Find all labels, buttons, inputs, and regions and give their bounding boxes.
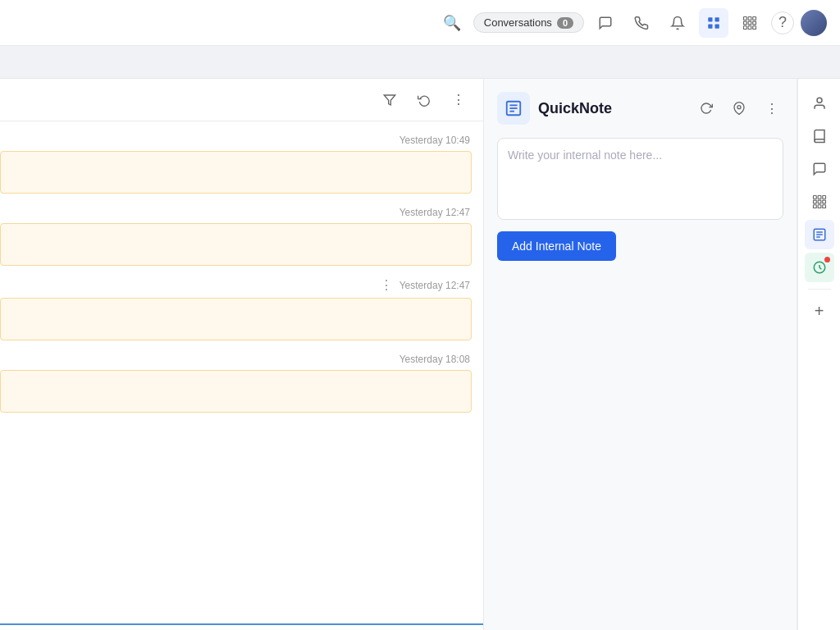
message-bubble[interactable]: [0, 223, 472, 266]
history-icon[interactable]: [413, 89, 436, 112]
svg-rect-7: [744, 21, 747, 25]
conversations-label: Conversations: [484, 16, 552, 29]
help-button[interactable]: ?: [771, 11, 794, 34]
svg-rect-10: [744, 25, 747, 29]
svg-rect-22: [822, 196, 825, 199]
timestamp-label: Yesterday 18:08: [0, 344, 483, 368]
plugin-notification-dot: [824, 257, 830, 262]
conversation-list-container: Yesterday 10:49 Yesterday 12:47 ⋮ Yester…: [0, 121, 483, 630]
refresh-button[interactable]: [695, 97, 718, 120]
conversations-tab[interactable]: Conversations 0: [473, 12, 584, 33]
contact-icon-button[interactable]: [805, 89, 834, 118]
more-options-icon[interactable]: ⋮: [447, 89, 470, 112]
list-item[interactable]: Yesterday 18:08: [0, 344, 483, 413]
svg-rect-12: [753, 25, 756, 29]
search-button[interactable]: 🔍: [437, 8, 467, 38]
svg-rect-28: [822, 205, 825, 208]
quicknote-header: QuickNote ⋮: [497, 92, 783, 125]
bell-icon-button[interactable]: [663, 8, 692, 38]
svg-rect-27: [818, 205, 821, 208]
user-avatar[interactable]: [801, 10, 827, 36]
sidebar-divider: [808, 289, 831, 290]
quicknote-panel: QuickNote ⋮ Add Internal Note: [484, 79, 797, 630]
list-toolbar: ⋮: [0, 79, 483, 121]
svg-rect-3: [715, 24, 719, 28]
svg-point-19: [817, 98, 822, 103]
quicknote-icon: [497, 92, 530, 125]
item-menu-icon[interactable]: ⋮: [380, 277, 393, 293]
grid-active-button[interactable]: [699, 8, 728, 38]
plugin-sidebar-icon-button[interactable]: [805, 253, 834, 282]
notes-sidebar-icon-button[interactable]: [805, 220, 834, 249]
book-icon-button[interactable]: [805, 121, 834, 151]
svg-rect-4: [744, 16, 747, 20]
quicknote-title: QuickNote: [538, 100, 695, 117]
quicknote-actions: ⋮: [695, 97, 783, 120]
add-internal-note-button[interactable]: Add Internal Note: [497, 231, 616, 261]
pin-button[interactable]: [728, 97, 751, 120]
apps-button[interactable]: [735, 8, 765, 38]
svg-rect-23: [813, 200, 816, 203]
svg-rect-26: [813, 205, 816, 208]
cc-bar: CC: [0, 623, 483, 630]
svg-point-18: [737, 106, 741, 109]
message-bubble[interactable]: [0, 370, 472, 413]
far-right-sidebar: +: [797, 79, 840, 630]
main-layout: ⋮ Yesterday 10:49 Yesterday 12:47 ⋮: [0, 79, 840, 630]
note-textarea[interactable]: [497, 138, 783, 220]
add-sidebar-button[interactable]: +: [805, 296, 834, 326]
svg-marker-13: [384, 95, 395, 105]
list-item[interactable]: Yesterday 12:47: [0, 197, 483, 266]
svg-rect-20: [813, 196, 816, 199]
svg-rect-9: [753, 21, 756, 25]
svg-rect-21: [818, 196, 821, 199]
svg-rect-25: [822, 200, 825, 203]
more-options-button[interactable]: ⋮: [760, 97, 783, 120]
timestamp-label: Yesterday 12:47: [0, 197, 483, 221]
svg-rect-5: [748, 16, 751, 20]
timestamp-label: Yesterday 12:47: [399, 280, 470, 291]
message-bubble[interactable]: [0, 298, 472, 340]
svg-rect-24: [818, 200, 821, 203]
svg-rect-6: [753, 16, 756, 20]
top-navigation: 🔍 Conversations 0 ?: [0, 0, 840, 46]
timestamp-with-menu: ⋮ Yesterday 12:47: [0, 269, 483, 296]
list-item[interactable]: Yesterday 10:49: [0, 125, 483, 194]
subheader-bar: [0, 46, 840, 79]
list-item[interactable]: ⋮ Yesterday 12:47: [0, 269, 483, 340]
chat-icon-button[interactable]: [591, 8, 620, 38]
svg-rect-2: [708, 24, 712, 28]
chat-sidebar-icon-button[interactable]: [805, 154, 834, 184]
svg-rect-11: [748, 25, 751, 29]
timestamp-label: Yesterday 10:49: [0, 125, 483, 149]
conversation-list: Yesterday 10:49 Yesterday 12:47 ⋮ Yester…: [0, 121, 483, 465]
filter-icon[interactable]: [378, 89, 401, 112]
message-bubble[interactable]: [0, 151, 472, 194]
svg-rect-0: [708, 17, 712, 21]
phone-icon-button[interactable]: [627, 8, 656, 38]
conversations-count: 0: [557, 17, 573, 29]
svg-rect-8: [748, 21, 751, 25]
apps-sidebar-icon-button[interactable]: [805, 187, 834, 217]
conversation-list-panel: ⋮ Yesterday 10:49 Yesterday 12:47 ⋮: [0, 79, 484, 630]
svg-rect-1: [715, 17, 719, 21]
